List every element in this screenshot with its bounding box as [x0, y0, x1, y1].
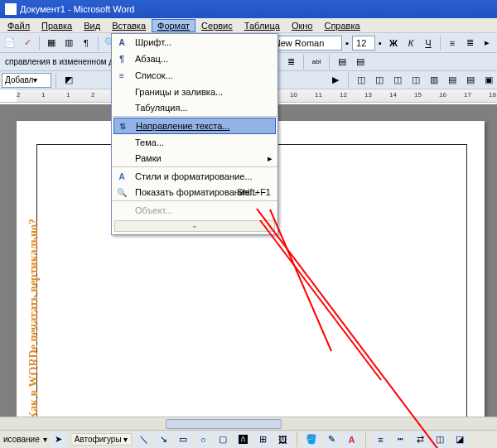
menu-item-font[interactable]: AШрифт...: [112, 34, 277, 51]
sq2-icon[interactable]: ◫: [371, 72, 388, 89]
add-dropdown[interactable]: Добавл ▾: [2, 73, 51, 88]
more-icon[interactable]: ▸: [479, 35, 495, 51]
wordart-icon[interactable]: 🅰: [234, 431, 251, 448]
menu-item-tabs[interactable]: Табуляция...: [112, 100, 277, 117]
sq5-icon[interactable]: ▥: [426, 72, 442, 89]
sq3-icon[interactable]: ◫: [389, 72, 406, 89]
abi-icon[interactable]: abl: [308, 54, 325, 70]
menu-edit[interactable]: Правка: [36, 19, 78, 32]
sq4-icon[interactable]: ◫: [408, 72, 424, 89]
format-menu-dropdown: AШрифт... ¶Абзац... ≡Список... Границы и…: [111, 33, 278, 235]
line-tool-icon[interactable]: ＼: [135, 431, 152, 448]
list-icon: ≡: [115, 69, 128, 82]
ruler-tick: 10: [290, 91, 297, 99]
outdent-icon[interactable]: ▤: [352, 54, 369, 70]
underline-button[interactable]: Ч: [420, 35, 437, 51]
sq7-icon[interactable]: ▤: [462, 72, 479, 89]
word-icon: [5, 3, 17, 15]
vertical-text: Как в WORDе печатать вертикально?: [27, 219, 41, 420]
font-size-select[interactable]: 12: [352, 36, 375, 51]
rect-tool-icon[interactable]: ▭: [175, 431, 191, 448]
ruler-tick: 2: [91, 91, 94, 99]
menu-item-text-direction[interactable]: ⇅Направление текста...: [113, 118, 276, 134]
ruler-tick: 12: [340, 91, 347, 99]
menu-item-object: Объект...: [112, 202, 277, 219]
drawing-toolbar: исование ▾ ➤ Автофигуры ▾ ＼ ↘ ▭ ○ ▢ 🅰 ⊞ …: [0, 430, 497, 448]
menu-view[interactable]: Вид: [78, 19, 106, 32]
ruler-tick: 11: [315, 91, 322, 99]
horizontal-scrollbar[interactable]: [0, 417, 497, 430]
fill-color-icon[interactable]: 🪣: [303, 431, 320, 448]
menu-item-theme[interactable]: Тема...: [112, 134, 277, 151]
menu-expander[interactable]: ⌄: [114, 220, 275, 232]
menu-help[interactable]: Справка: [318, 19, 365, 32]
styles-icon: A: [115, 170, 128, 183]
ruler-tick: 14: [389, 91, 397, 99]
menu-item-paragraph[interactable]: ¶Абзац...: [112, 51, 277, 67]
ruler-tick: 15: [414, 91, 422, 99]
reveal-icon: 🔍: [115, 185, 128, 199]
menu-item-styles[interactable]: AСтили и форматирование...: [112, 168, 277, 185]
table-icon[interactable]: ▦: [43, 35, 60, 51]
ruler-tick: 13: [364, 91, 372, 99]
textbox-tool-icon[interactable]: ▢: [215, 431, 231, 448]
menu-format[interactable]: Формат: [152, 19, 195, 32]
sq1-icon[interactable]: ◫: [353, 72, 369, 89]
new-doc-icon[interactable]: 📄: [2, 35, 18, 51]
select-arrow-icon[interactable]: ➤: [51, 431, 67, 448]
drawing-label: исование: [3, 435, 40, 444]
arrow-style-icon[interactable]: ⇄: [412, 431, 428, 448]
ruler-tick: 18: [489, 91, 496, 99]
menu-item-borders[interactable]: Границы и заливка...: [112, 84, 277, 100]
sq8-icon[interactable]: ▣: [480, 72, 497, 89]
autoshapes-dropdown[interactable]: Автофигуры ▾: [70, 433, 133, 446]
columns-icon[interactable]: ▥: [60, 35, 77, 51]
paragraph-icon: ¶: [115, 52, 128, 65]
menu-item-reveal-formatting[interactable]: 🔍Показать форматирование...Shift+F1: [112, 185, 277, 201]
font-icon: A: [115, 36, 128, 49]
line-style-icon[interactable]: ≡: [372, 431, 388, 448]
line-spacing-icon[interactable]: ≡: [444, 35, 461, 51]
menu-table[interactable]: Таблица: [239, 19, 286, 32]
menu-insert[interactable]: Вставка: [106, 19, 152, 32]
indent-icon[interactable]: ▤: [334, 54, 350, 70]
menu-window[interactable]: Окно: [286, 19, 319, 32]
align-icon[interactable]: ≣: [461, 35, 478, 51]
menu-item-list[interactable]: ≡Список...: [112, 67, 277, 84]
clipart-icon[interactable]: 🖼: [274, 431, 291, 448]
shadow-icon[interactable]: ◫: [432, 431, 448, 448]
spellcheck-icon[interactable]: ✓: [19, 35, 36, 51]
play-icon[interactable]: ▶: [327, 72, 344, 89]
direction-icon: ⇅: [116, 119, 129, 132]
ruler-tick: 2: [17, 91, 20, 99]
menu-item-frames[interactable]: Рамки▸: [112, 151, 277, 167]
justify-icon[interactable]: ≣: [282, 54, 299, 70]
arrow-tool-icon[interactable]: ↘: [155, 431, 171, 448]
italic-button[interactable]: К: [403, 35, 419, 51]
titlebar: Документ1 - Microsoft Word: [0, 0, 497, 18]
ruler-tick: 1: [66, 91, 70, 99]
x1-icon[interactable]: ◩: [60, 72, 77, 89]
bold-button[interactable]: Ж: [385, 35, 402, 51]
paragraph-marks-icon[interactable]: ¶: [78, 35, 94, 51]
sq6-icon[interactable]: ▤: [444, 72, 461, 89]
menu-file[interactable]: Файл: [2, 19, 36, 32]
3d-icon[interactable]: ◪: [451, 431, 468, 448]
ruler-tick: 17: [464, 91, 471, 99]
menu-tools[interactable]: Сервис: [195, 19, 239, 32]
scroll-thumb[interactable]: [166, 419, 282, 429]
ruler-tick: 1: [41, 91, 45, 99]
diagram-icon[interactable]: ⊞: [254, 431, 271, 448]
window-title: Документ1 - Microsoft Word: [20, 4, 134, 14]
dash-style-icon[interactable]: ┅: [392, 431, 408, 448]
line-color-icon[interactable]: ✎: [323, 431, 340, 448]
oval-tool-icon[interactable]: ○: [195, 431, 211, 448]
menubar: Файл Правка Вид Вставка Формат Сервис Та…: [0, 18, 497, 33]
ruler-tick: 16: [439, 91, 446, 99]
font-color-icon[interactable]: A: [343, 431, 359, 448]
